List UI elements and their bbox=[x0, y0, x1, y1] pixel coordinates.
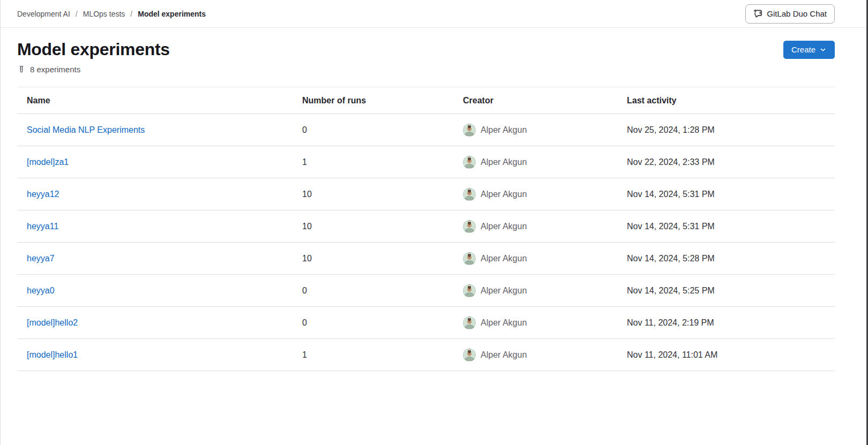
create-button[interactable]: Create bbox=[783, 41, 835, 59]
experiment-name-link[interactable]: [model]hello1 bbox=[27, 350, 78, 359]
main-content: Model experiments Create 8 experiments N… bbox=[0, 40, 868, 371]
avatar bbox=[463, 156, 476, 169]
experiment-name-link[interactable]: [model]za1 bbox=[27, 157, 69, 167]
experiment-name-link[interactable]: Social Media NLP Experiments bbox=[27, 125, 145, 134]
experiment-run-count: 10 bbox=[302, 254, 312, 263]
last-activity-timestamp: Nov 25, 2024, 1:28 PM bbox=[627, 125, 715, 134]
experiment-name-link[interactable]: heyya7 bbox=[27, 254, 55, 263]
table-row: [model]hello2 0 Alper Akgun Nov 11, 2024… bbox=[17, 307, 835, 339]
last-activity-timestamp: Nov 14, 2024, 5:31 PM bbox=[627, 222, 715, 231]
table-header-row: Name Number of runs Creator Last activit… bbox=[17, 87, 835, 114]
table-row: heyya0 0 Alper Akgun Nov 14, 2024, 5:25 … bbox=[17, 275, 835, 307]
table-row: heyya11 10 Alper Akgun Nov 14, 2024, 5:3… bbox=[17, 210, 835, 243]
experiment-run-count: 0 bbox=[302, 125, 307, 134]
page-title: Model experiments bbox=[17, 40, 170, 59]
breadcrumb-current-page: Model experiments bbox=[138, 10, 206, 18]
column-header-name: Name bbox=[17, 87, 294, 114]
experiment-name-link[interactable]: heyya12 bbox=[27, 190, 59, 199]
experiments-table: Name Number of runs Creator Last activit… bbox=[17, 87, 835, 371]
breadcrumb-separator: / bbox=[76, 10, 78, 18]
breadcrumb-group[interactable]: Development AI bbox=[17, 10, 70, 18]
column-header-number-of-runs: Number of runs bbox=[294, 87, 454, 114]
creator-name: Alper Akgun bbox=[481, 350, 527, 360]
experiment-run-count: 10 bbox=[302, 222, 312, 231]
column-header-last-activity: Last activity bbox=[618, 87, 835, 114]
experiment-run-count: 1 bbox=[302, 157, 307, 167]
breadcrumb-separator: / bbox=[130, 10, 132, 18]
breadcrumb: Development AI / MLOps tests / Model exp… bbox=[17, 10, 206, 18]
duo-chat-icon bbox=[753, 9, 762, 18]
table-row: [model]za1 1 Alper Akgun Nov 22, 2024, 2… bbox=[17, 146, 835, 178]
creator-name: Alper Akgun bbox=[481, 286, 527, 296]
creator-name: Alper Akgun bbox=[481, 222, 527, 231]
creator-name: Alper Akgun bbox=[481, 157, 527, 167]
duo-chat-label: GitLab Duo Chat bbox=[767, 9, 827, 18]
experiment-run-count: 10 bbox=[302, 190, 312, 199]
creator-name: Alper Akgun bbox=[481, 254, 527, 263]
experiments-count: 8 experiments bbox=[17, 65, 835, 74]
experiment-run-count: 0 bbox=[302, 318, 307, 327]
creator-name: Alper Akgun bbox=[481, 125, 527, 135]
experiment-name-link[interactable]: heyya0 bbox=[27, 286, 55, 295]
creator-name: Alper Akgun bbox=[481, 190, 527, 199]
experiment-name-link[interactable]: [model]hello2 bbox=[27, 318, 78, 327]
content-left-divider bbox=[0, 0, 1, 445]
test-tube-icon bbox=[17, 65, 26, 74]
avatar bbox=[463, 349, 476, 361]
gitlab-duo-chat-button[interactable]: GitLab Duo Chat bbox=[745, 4, 835, 24]
last-activity-timestamp: Nov 22, 2024, 2:33 PM bbox=[627, 157, 715, 167]
last-activity-timestamp: Nov 14, 2024, 5:25 PM bbox=[627, 286, 715, 295]
chevron-down-icon bbox=[819, 46, 827, 54]
creator-name: Alper Akgun bbox=[481, 318, 527, 328]
experiments-table-body: Social Media NLP Experiments 0 Alper Akg… bbox=[17, 114, 835, 371]
column-header-creator: Creator bbox=[454, 87, 618, 114]
table-row: Social Media NLP Experiments 0 Alper Akg… bbox=[17, 114, 835, 146]
experiment-name-link[interactable]: heyya11 bbox=[27, 222, 58, 231]
last-activity-timestamp: Nov 11, 2024, 2:19 PM bbox=[627, 318, 714, 327]
experiments-count-label: 8 experiments bbox=[30, 65, 80, 74]
experiment-run-count: 1 bbox=[302, 350, 307, 359]
avatar bbox=[463, 220, 476, 233]
breadcrumb-project[interactable]: MLOps tests bbox=[83, 10, 125, 18]
avatar bbox=[463, 124, 476, 137]
avatar bbox=[463, 284, 476, 297]
table-row: [model]hello1 1 Alper Akgun Nov 11, 2024… bbox=[17, 339, 835, 371]
table-row: heyya7 10 Alper Akgun Nov 14, 2024, 5:28… bbox=[17, 243, 835, 275]
avatar bbox=[463, 188, 476, 201]
last-activity-timestamp: Nov 14, 2024, 5:28 PM bbox=[627, 254, 715, 263]
avatar bbox=[463, 316, 476, 329]
create-button-label: Create bbox=[791, 45, 815, 54]
experiment-run-count: 0 bbox=[302, 286, 307, 295]
topbar: Development AI / MLOps tests / Model exp… bbox=[0, 0, 868, 28]
table-row: heyya12 10 Alper Akgun Nov 14, 2024, 5:3… bbox=[17, 178, 835, 210]
last-activity-timestamp: Nov 14, 2024, 5:31 PM bbox=[627, 190, 715, 199]
last-activity-timestamp: Nov 11, 2024, 11:01 AM bbox=[627, 350, 717, 359]
avatar bbox=[463, 252, 476, 265]
